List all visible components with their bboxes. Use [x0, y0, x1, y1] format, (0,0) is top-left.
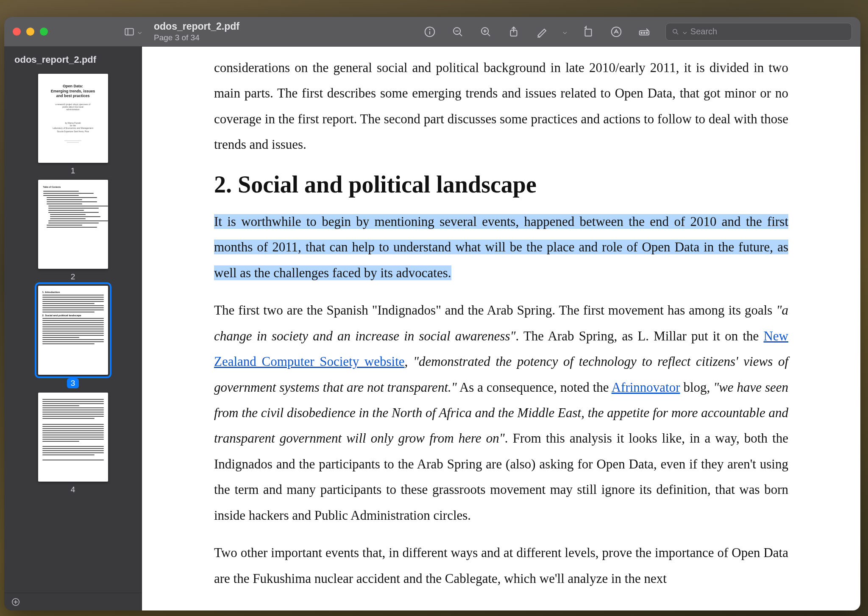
search-menu-chevron[interactable]: ⌵ [683, 28, 687, 36]
titlebar: ⌵ odos_report_2.pdf Page 3 of 34 ⌵ [4, 17, 860, 47]
svg-point-21 [673, 29, 677, 33]
heading-section-2: 2. Social and political landscape [214, 170, 788, 199]
sidebar-toggle-button[interactable] [123, 26, 135, 38]
highlight-button[interactable] [535, 25, 548, 39]
svg-point-4 [429, 29, 430, 29]
page-thumbnail-1[interactable]: Open Data: Emerging trends, issues and b… [38, 74, 108, 163]
page-number-2: 2 [71, 272, 75, 282]
page-thumbnail-4[interactable] [38, 393, 108, 482]
sidebar-view-menu[interactable]: ⌵ [138, 28, 142, 36]
edit-toolbar-button[interactable] [637, 25, 651, 39]
document-filename: odos_report_2.pdf [154, 20, 239, 33]
paragraph-4: Two other important events that, in diff… [214, 540, 788, 591]
title-block: odos_report_2.pdf Page 3 of 34 [154, 20, 239, 43]
page-number-1: 1 [71, 166, 75, 176]
preview-window: ⌵ odos_report_2.pdf Page 3 of 34 ⌵ [4, 17, 860, 610]
svg-point-19 [644, 32, 645, 33]
zoom-in-button[interactable] [479, 25, 492, 39]
add-page-button[interactable] [11, 597, 20, 607]
thumbnail-sidebar: odos_report_2.pdf Open Data: Emerging tr… [4, 47, 142, 610]
svg-point-20 [646, 32, 648, 33]
svg-rect-15 [585, 29, 592, 36]
info-button[interactable] [423, 25, 437, 39]
body-area: odos_report_2.pdf Open Data: Emerging tr… [4, 47, 860, 610]
page-content: considerations on the general social and… [142, 47, 860, 610]
search-input[interactable] [690, 27, 846, 36]
svg-rect-0 [125, 28, 134, 35]
paragraph-selected: It is worthwhile to begin by mentioning … [214, 209, 788, 286]
thumbnails-list: Open Data: Emerging trends, issues and b… [4, 70, 142, 593]
fullscreen-button[interactable] [40, 28, 48, 36]
search-field[interactable]: ⌵ [665, 23, 852, 41]
search-icon [672, 28, 679, 36]
paragraph-3: The first two are the Spanish "Indignado… [214, 298, 788, 528]
sidebar-title: odos_report_2.pdf [4, 47, 142, 70]
sidebar-footer [4, 593, 142, 610]
svg-line-6 [459, 33, 462, 36]
close-button[interactable] [13, 28, 21, 36]
page-number-3: 3 [67, 378, 79, 388]
page-indicator: Page 3 of 34 [154, 33, 239, 43]
document-view[interactable]: considerations on the general social and… [142, 47, 860, 610]
svg-line-22 [676, 33, 678, 34]
svg-line-9 [487, 33, 490, 36]
page-thumbnail-2[interactable]: Table of Contents [38, 180, 108, 269]
page-number-4: 4 [71, 485, 75, 494]
highlight-menu[interactable]: ⌵ [563, 28, 567, 36]
markup-button[interactable] [609, 25, 623, 39]
rotate-button[interactable] [581, 25, 595, 39]
text-selection[interactable]: It is worthwhile to begin by mentioning … [214, 214, 788, 280]
minimize-button[interactable] [26, 28, 34, 36]
svg-point-18 [641, 32, 642, 33]
share-button[interactable] [507, 25, 520, 39]
zoom-out-button[interactable] [451, 25, 465, 39]
link-afrinnovator[interactable]: Afrinnovator [612, 380, 680, 395]
toolbar-icons: ⌵ ⌵ [423, 23, 852, 41]
paragraph-intro: considerations on the general social and… [214, 55, 788, 158]
page-thumbnail-3[interactable]: 1. Introduction 2. Social and political … [38, 286, 108, 375]
window-controls [13, 28, 48, 36]
